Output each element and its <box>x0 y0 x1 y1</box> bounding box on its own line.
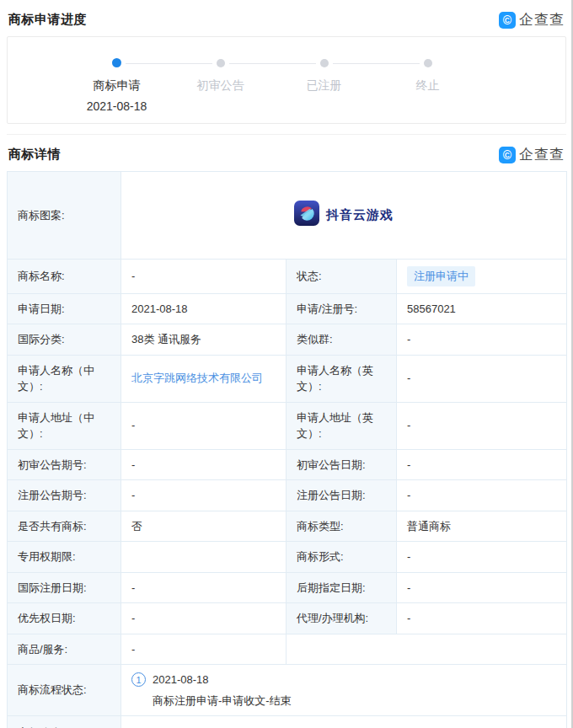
qichacha-logo: © 企查查 <box>499 145 565 164</box>
table-row: 申请人名称（中文）: 北京字跳网络技术有限公司 申请人名称（英文）: - <box>8 355 567 402</box>
field-label: 商标公告: <box>8 716 121 728</box>
trademark-progress-stepper: 商标申请 2021-08-18 初审公告 已注册 终止 <box>65 59 565 113</box>
field-value-text: - <box>407 612 410 624</box>
field-value-text: - <box>407 372 410 384</box>
flow-step-date: 2021-08-18 <box>153 672 209 688</box>
step-terminated: 终止 <box>376 59 479 113</box>
progress-section: 商标申请进度 © 企查查 商标申请 2021-08-18 初审公告 <box>7 0 566 124</box>
field-value: - <box>397 324 567 356</box>
field-value: - <box>121 449 286 480</box>
step-dot-active <box>112 58 121 67</box>
trademark-image: 抖音云游戏 <box>131 201 556 231</box>
trademark-image-cell: 抖音云游戏 <box>121 172 567 260</box>
field-value-text: - <box>131 489 135 501</box>
field-value-text: 否 <box>131 520 142 533</box>
step-date: 2021-08-18 <box>65 99 169 113</box>
flow-status-cell: 1 2021-08-18 商标注册申请-申请收文-结束 <box>121 665 567 716</box>
trademark-detail-table: 商标图案: <box>7 171 567 728</box>
field-value: 注册申请中 <box>397 260 567 294</box>
field-label: 申请/注册号: <box>286 293 397 324</box>
field-value-text: 普通商标 <box>407 520 451 533</box>
table-row: 专用权期限: 商标形式: - <box>8 542 567 573</box>
field-label: 商标类型: <box>286 511 397 542</box>
field-value-text: - <box>131 612 135 624</box>
field-value: 否 <box>121 511 286 542</box>
qichacha-icon: © <box>499 12 516 29</box>
field-label: 初审公告期号: <box>8 449 121 480</box>
field-value: - <box>121 402 286 449</box>
douyin-cloud-gaming-app-icon <box>294 201 319 231</box>
field-label: 商标形式: <box>286 542 397 573</box>
field-label: 申请人名称（中文）: <box>8 355 121 402</box>
table-row: 国际注册日期: - 后期指定日期: - <box>8 572 567 603</box>
step-label: 已注册 <box>272 78 376 94</box>
qichacha-icon: © <box>499 147 516 163</box>
step-dot <box>424 59 432 67</box>
detail-section-title: 商标详情 <box>8 147 61 163</box>
field-value-text: - <box>131 270 135 282</box>
field-value-text: - <box>131 419 135 431</box>
table-row-flow-status: 商标流程状态: 1 2021-08-18 商标注册申请-申请收文-结束 <box>8 665 567 716</box>
field-value-text: - <box>131 458 135 471</box>
table-row: 商标名称: - 状态: 注册申请中 <box>8 260 567 294</box>
detail-section: 商标详情 © 企查查 商标图案: <box>7 135 566 728</box>
status-badge: 注册申请中 <box>407 266 475 286</box>
trademark-logo-text: 抖音云游戏 <box>326 206 394 225</box>
field-label: 商标流程状态: <box>8 665 121 716</box>
field-label: 申请人地址（中文）: <box>8 402 121 449</box>
field-label: 申请人名称（英文）: <box>286 355 397 402</box>
step-date <box>169 99 272 113</box>
field-label: 注册公告日期: <box>286 480 397 511</box>
progress-section-title: 商标申请进度 <box>8 12 87 28</box>
step-registered: 已注册 <box>272 59 376 113</box>
table-row: 初审公告期号: - 初审公告日期: - <box>8 449 567 480</box>
step-label: 商标申请 <box>65 78 169 94</box>
field-value-text: - <box>131 581 135 594</box>
trademark-detail-page: 商标申请进度 © 企查查 商标申请 2021-08-18 初审公告 <box>0 0 573 728</box>
field-label: 后期指定日期: <box>286 572 397 603</box>
field-label: 国际分类: <box>8 324 121 356</box>
field-value-text: - <box>407 419 410 431</box>
field-value: - <box>121 634 286 665</box>
field-value: - <box>121 603 286 634</box>
field-value: - <box>397 542 567 573</box>
field-value: - <box>397 572 567 603</box>
field-label: 申请日期: <box>8 293 121 324</box>
field-value-text: 2021-08-18 <box>131 302 188 315</box>
field-label: 类似群: <box>286 324 397 356</box>
flow-step-description: 商标注册申请-申请收文-结束 <box>153 693 556 709</box>
field-value-text: 58567021 <box>407 302 456 315</box>
field-value: 北京字跳网络技术有限公司 <box>121 355 286 402</box>
field-value: - <box>121 716 567 728</box>
empty-cell <box>286 634 567 665</box>
field-value-text: - <box>407 333 410 345</box>
field-value: 2021-08-18 <box>121 293 286 324</box>
field-value-text: - <box>407 581 410 594</box>
field-label: 代理/办理机构: <box>286 603 397 634</box>
progress-card: 商标申请 2021-08-18 初审公告 已注册 终止 <box>7 36 566 124</box>
field-value-text: - <box>407 458 410 471</box>
field-label: 商标名称: <box>8 260 121 294</box>
field-value <box>121 542 286 573</box>
step-date <box>376 99 479 113</box>
table-row-goods-services: 商品/服务: - <box>8 634 567 665</box>
applicant-name-link[interactable]: 北京字跳网络技术有限公司 <box>131 372 263 384</box>
step-preliminary-approval: 初审公告 <box>169 59 272 113</box>
field-value: - <box>397 402 567 449</box>
table-row: 申请日期: 2021-08-18 申请/注册号: 58567021 <box>8 293 567 324</box>
field-label: 注册公告期号: <box>8 480 121 511</box>
qichacha-logo-text: 企查查 <box>519 145 565 164</box>
field-label: 专用权期限: <box>8 542 121 573</box>
field-value-text: - <box>407 489 410 501</box>
field-value-text: - <box>407 550 410 563</box>
field-value-text: 38类 通讯服务 <box>131 333 201 345</box>
field-value: 38类 通讯服务 <box>121 324 286 356</box>
step-date <box>272 99 376 113</box>
field-value: - <box>121 480 286 511</box>
field-value: 普通商标 <box>397 511 567 542</box>
field-label: 状态: <box>286 260 397 294</box>
field-value: - <box>121 260 286 294</box>
field-value: - <box>397 355 567 402</box>
field-label: 国际注册日期: <box>8 572 121 603</box>
field-value: - <box>121 572 286 603</box>
